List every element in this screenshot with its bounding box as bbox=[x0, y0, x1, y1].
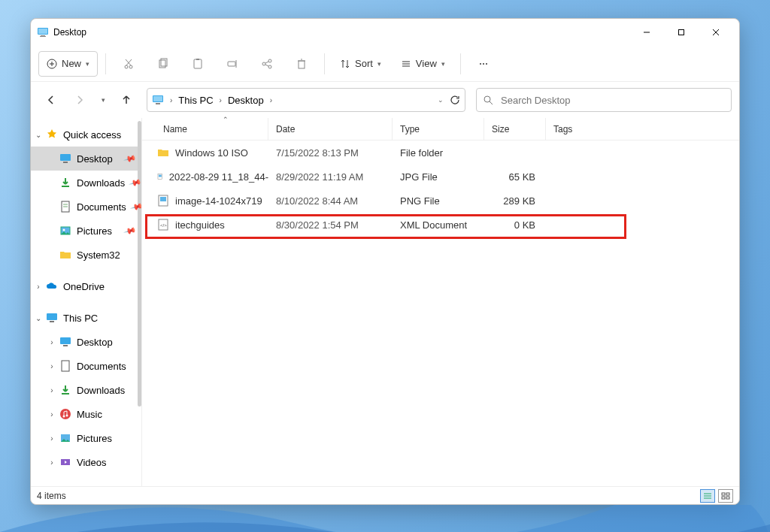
column-headers: Name⌃ Date Type Size Tags bbox=[142, 118, 739, 141]
star-icon bbox=[46, 128, 58, 141]
scrollbar-thumb[interactable] bbox=[138, 121, 141, 407]
share-icon bbox=[261, 58, 273, 70]
file-size: 289 KB bbox=[484, 195, 546, 207]
address-bar[interactable]: › This PC › Desktop › ⌄ bbox=[147, 88, 465, 112]
cut-icon bbox=[123, 58, 135, 70]
svg-point-32 bbox=[480, 63, 481, 65]
file-name: 2022-08-29 11_18_44- bbox=[169, 171, 268, 183]
download-icon bbox=[59, 177, 71, 189]
svg-rect-48 bbox=[47, 313, 57, 320]
file-row[interactable]: image-14-1024x719 8/10/2022 8:44 AM PNG … bbox=[142, 189, 739, 213]
music-icon bbox=[59, 408, 71, 420]
delete-button[interactable] bbox=[286, 51, 317, 77]
sidebar-onedrive[interactable]: › OneDrive bbox=[31, 274, 141, 298]
col-name[interactable]: Name⌃ bbox=[156, 118, 268, 140]
chevron-down-icon[interactable]: ⌄ bbox=[34, 131, 43, 139]
sidebar-pc-pictures[interactable]: › Pictures bbox=[31, 426, 141, 450]
chevron-right-icon: › bbox=[267, 96, 275, 104]
document-icon bbox=[59, 201, 71, 213]
divider bbox=[460, 53, 461, 74]
copy-button[interactable] bbox=[148, 51, 178, 77]
svg-rect-69 bbox=[726, 493, 729, 495]
view-button[interactable]: View ▾ bbox=[393, 51, 453, 77]
share-button[interactable] bbox=[252, 51, 282, 77]
sidebar-item-label: Downloads bbox=[77, 385, 125, 396]
svg-rect-49 bbox=[50, 321, 54, 322]
maximize-button[interactable] bbox=[664, 20, 699, 44]
forward-button[interactable] bbox=[67, 87, 92, 113]
sidebar: ⌄ Quick access Desktop 📌 Downloads 📌 Doc… bbox=[31, 118, 142, 486]
breadcrumb-item[interactable]: This PC bbox=[175, 93, 216, 107]
minimize-button[interactable] bbox=[629, 20, 664, 44]
back-button[interactable] bbox=[38, 87, 64, 113]
refresh-icon[interactable] bbox=[450, 95, 460, 105]
breadcrumb-item[interactable]: Desktop bbox=[225, 93, 267, 107]
chevron-down-icon: ▾ bbox=[441, 60, 445, 68]
col-tags[interactable]: Tags bbox=[546, 118, 611, 140]
sidebar-item-documents[interactable]: Documents 📌 bbox=[31, 195, 141, 219]
search-box[interactable] bbox=[476, 88, 732, 112]
file-row[interactable]: 2022-08-29 11_18_44- 8/29/2022 11:19 AM … bbox=[142, 165, 739, 189]
col-date[interactable]: Date bbox=[268, 118, 393, 140]
sidebar-item-label: System32 bbox=[77, 249, 120, 261]
recent-button[interactable]: ▾ bbox=[95, 87, 111, 113]
sidebar-pc-desktop[interactable]: › Desktop bbox=[31, 330, 141, 354]
col-size[interactable]: Size bbox=[484, 118, 546, 140]
file-type: XML Document bbox=[393, 219, 484, 231]
explorer-window: Desktop New ▾ Sort ▾ View ▾ bbox=[30, 18, 740, 505]
chevron-right-icon[interactable]: › bbox=[47, 458, 56, 467]
svg-rect-17 bbox=[194, 59, 202, 68]
new-button[interactable]: New ▾ bbox=[38, 51, 98, 77]
col-type[interactable]: Type bbox=[393, 118, 484, 140]
search-input[interactable] bbox=[499, 94, 725, 107]
desktop-background bbox=[0, 505, 770, 532]
chevron-down-icon[interactable]: ⌄ bbox=[34, 314, 43, 322]
image-file-icon bbox=[157, 195, 169, 207]
icons-view-button[interactable] bbox=[718, 489, 733, 503]
arrow-left-icon bbox=[45, 94, 57, 106]
sidebar-item-pictures[interactable]: Pictures 📌 bbox=[31, 219, 141, 243]
sidebar-item-downloads[interactable]: Downloads 📌 bbox=[31, 171, 141, 195]
more-button[interactable] bbox=[468, 51, 499, 77]
chevron-right-icon[interactable]: › bbox=[47, 362, 56, 370]
svg-rect-5 bbox=[679, 30, 684, 35]
details-view-button[interactable] bbox=[700, 489, 715, 503]
file-row[interactable]: </>itechguides 8/30/2022 1:54 PM XML Doc… bbox=[142, 213, 739, 237]
svg-point-33 bbox=[483, 63, 484, 65]
svg-point-23 bbox=[268, 65, 271, 68]
titlebar[interactable]: Desktop bbox=[31, 19, 739, 46]
sidebar-item-system32[interactable]: System32 bbox=[31, 243, 141, 267]
sidebar-item-desktop[interactable]: Desktop 📌 bbox=[31, 147, 141, 171]
chevron-right-icon[interactable]: › bbox=[47, 434, 56, 443]
desktop-icon bbox=[59, 153, 71, 165]
rename-button[interactable] bbox=[217, 51, 247, 77]
close-button[interactable] bbox=[699, 20, 733, 44]
sidebar-pc-videos[interactable]: › Videos bbox=[31, 450, 141, 474]
chevron-down-icon[interactable]: ⌄ bbox=[438, 96, 444, 104]
sidebar-this-pc[interactable]: ⌄ This PC bbox=[31, 306, 141, 330]
file-type: File folder bbox=[393, 147, 484, 159]
chevron-right-icon[interactable]: › bbox=[34, 283, 43, 291]
cut-button[interactable] bbox=[114, 51, 144, 77]
file-row[interactable]: Windows 10 ISO 7/15/2022 8:13 PM File fo… bbox=[142, 141, 739, 165]
pin-icon: 📌 bbox=[123, 152, 138, 165]
list-icon bbox=[703, 492, 712, 500]
videos-icon bbox=[59, 456, 71, 468]
sidebar-pc-documents[interactable]: › Documents bbox=[31, 354, 141, 378]
svg-rect-41 bbox=[63, 162, 68, 163]
sidebar-pc-music[interactable]: › Music bbox=[31, 402, 141, 426]
svg-line-24 bbox=[265, 62, 268, 63]
paste-button[interactable] bbox=[183, 51, 213, 77]
up-button[interactable] bbox=[114, 87, 139, 113]
svg-rect-52 bbox=[62, 361, 69, 371]
svg-line-14 bbox=[126, 59, 131, 65]
sidebar-quick-access[interactable]: ⌄ Quick access bbox=[31, 122, 141, 147]
sidebar-pc-downloads[interactable]: › Downloads bbox=[31, 378, 141, 402]
sort-button[interactable]: Sort ▾ bbox=[332, 51, 389, 77]
chevron-right-icon[interactable]: › bbox=[47, 410, 56, 419]
chevron-right-icon[interactable]: › bbox=[47, 338, 56, 346]
rename-icon bbox=[226, 58, 238, 70]
chevron-right-icon[interactable]: › bbox=[47, 386, 56, 394]
svg-rect-18 bbox=[196, 59, 199, 60]
sidebar-item-label: Music bbox=[77, 409, 102, 420]
